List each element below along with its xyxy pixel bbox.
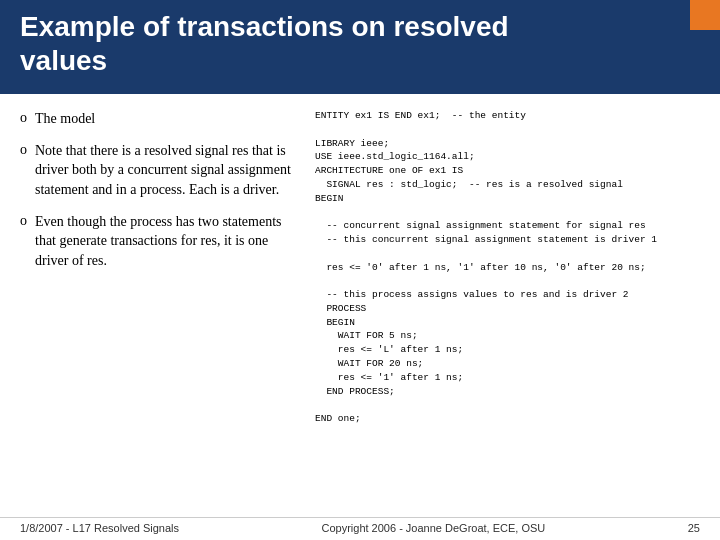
bullet-item-2: o Note that there is a resolved signal r… (20, 141, 300, 200)
bullet-item-1: o The model (20, 109, 300, 129)
footer-left: 1/8/2007 - L17 Resolved Signals (20, 522, 179, 534)
footer-center: Copyright 2006 - Joanne DeGroat, ECE, OS… (321, 522, 545, 534)
footer-right: 25 (688, 522, 700, 534)
title-line1: Example of transactions on resolved (20, 11, 509, 42)
slide-content: o The model o Note that there is a resol… (0, 91, 720, 517)
bullet-item-3: o Even though the process has two statem… (20, 212, 300, 271)
slide-footer: 1/8/2007 - L17 Resolved Signals Copyrigh… (0, 517, 720, 540)
slide-header: Example of transactions on resolved valu… (0, 0, 720, 91)
title-line2: values (20, 45, 107, 76)
bullet-marker-2: o (20, 142, 27, 158)
bullet-marker-3: o (20, 213, 27, 229)
corner-accent (690, 0, 720, 30)
slide-title: Example of transactions on resolved valu… (20, 10, 700, 77)
code-block: ENTITY ex1 IS END ex1; -- the entity LIB… (315, 109, 705, 426)
slide: Example of transactions on resolved valu… (0, 0, 720, 540)
bullet-marker-1: o (20, 110, 27, 126)
bullet-panel: o The model o Note that there is a resol… (0, 104, 310, 517)
bullet-text-3: Even though the process has two statemen… (35, 212, 300, 271)
code-panel: ENTITY ex1 IS END ex1; -- the entity LIB… (310, 104, 720, 517)
bullet-text-1: The model (35, 109, 95, 129)
bullet-text-2: Note that there is a resolved signal res… (35, 141, 300, 200)
